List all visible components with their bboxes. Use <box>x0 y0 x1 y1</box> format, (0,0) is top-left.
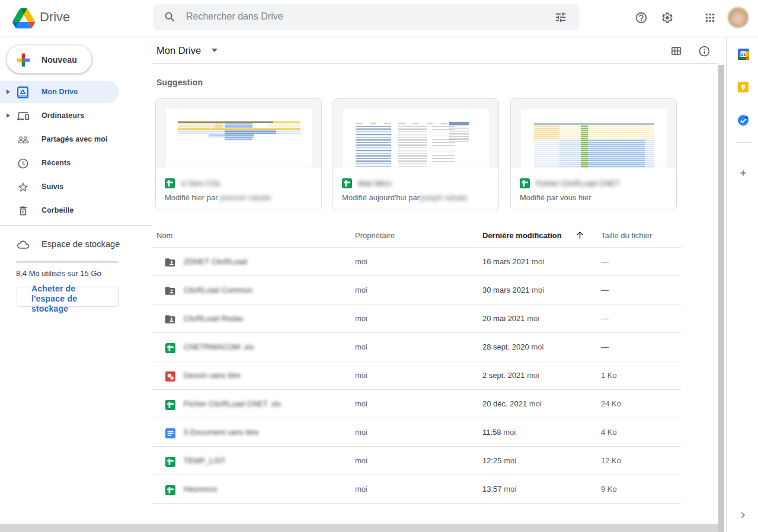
svg-text:31: 31 <box>741 52 746 57</box>
